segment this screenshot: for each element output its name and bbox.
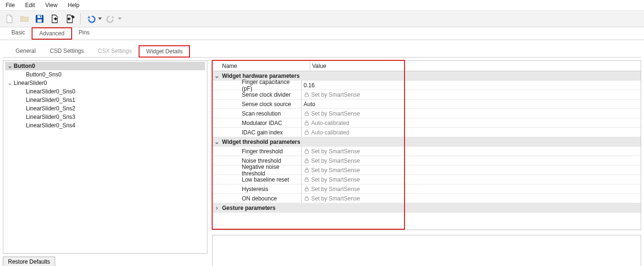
- grid-row[interactable]: Sense clock dividerSet by SmartSense: [213, 90, 641, 100]
- export-button[interactable]: [63, 12, 76, 25]
- tree-leaf[interactable]: Button0_Sns0: [5, 70, 205, 79]
- grid-header-value[interactable]: Value: [310, 63, 641, 69]
- grid-header-row: Name Value: [213, 61, 641, 71]
- redo-dropdown[interactable]: [117, 12, 122, 25]
- lock-icon: [304, 196, 309, 201]
- grid-row-value[interactable]: Auto: [302, 101, 641, 108]
- tree-leaf-label: LinearSlider0_Sns1: [7, 97, 75, 103]
- grid-group-title: Gesture parameters: [221, 205, 641, 211]
- expander-collapse-icon[interactable]: ⌄: [213, 73, 221, 79]
- lock-icon: [304, 186, 309, 192]
- import-button[interactable]: [48, 12, 61, 25]
- lock-icon: [304, 177, 309, 183]
- grid-group-header[interactable]: ›Gesture parameters: [213, 203, 641, 213]
- grid-row-name: ON debounce: [221, 195, 301, 202]
- chevron-down-icon: [118, 17, 122, 20]
- tree-leaf[interactable]: LinearSlider0_Sns1: [5, 96, 205, 104]
- grid-row-name: Finger capacitance (pF): [221, 79, 301, 92]
- svg-rect-4: [40, 16, 41, 18]
- grid-row[interactable]: Modulator IDACAuto-calibrated: [213, 118, 641, 128]
- grid-header-name[interactable]: Name: [221, 63, 310, 69]
- menu-edit[interactable]: Edit: [23, 1, 37, 9]
- tree-node[interactable]: ⌄Button0: [5, 62, 205, 70]
- grid-row-value-text: Set by SmartSense: [311, 176, 360, 183]
- grid-row-name: IDAC gain index: [221, 129, 301, 136]
- undo-dropdown[interactable]: [98, 12, 102, 25]
- grid-row[interactable]: IDAC gain indexAuto-calibrated: [213, 128, 641, 137]
- lock-icon: [304, 111, 309, 116]
- grid-row-name: Scan resolution: [221, 110, 301, 117]
- save-button[interactable]: [33, 12, 46, 25]
- undo-icon: [86, 14, 96, 24]
- tree-leaf-label: LinearSlider0_Sns2: [7, 105, 75, 112]
- grid-row-value-text: Set by SmartSense: [311, 186, 360, 192]
- grid-group-title: Widget hardware parameters: [221, 73, 641, 79]
- grid-row-value-text: Set by SmartSense: [311, 148, 360, 155]
- grid-row-value-text: Auto-calibrated: [311, 120, 349, 126]
- open-folder-button[interactable]: [18, 12, 31, 25]
- toolbar: [0, 10, 644, 27]
- grid-row-value: Set by SmartSense: [302, 148, 641, 155]
- tree-leaf[interactable]: LinearSlider0_Sns2: [5, 104, 205, 113]
- tree-leaf-label: LinearSlider0_Sns3: [7, 114, 75, 120]
- tab-pins[interactable]: Pins: [72, 27, 96, 40]
- grid-row[interactable]: ON debounceSet by SmartSense: [213, 194, 641, 203]
- grid-row-value: Set by SmartSense: [302, 167, 641, 174]
- menu-file[interactable]: File: [4, 1, 17, 9]
- grid-row-value-text: Set by SmartSense: [311, 110, 360, 117]
- tree-leaf[interactable]: LinearSlider0_Sns0: [5, 87, 205, 96]
- redo-button[interactable]: [104, 12, 117, 25]
- new-file-button[interactable]: [3, 12, 16, 25]
- grid-row[interactable]: Scan resolutionSet by SmartSense: [213, 109, 641, 118]
- chevron-down-icon: [98, 17, 102, 20]
- grid-row-value-text: Auto: [304, 101, 315, 108]
- tree-node[interactable]: ⌄LinearSlider0: [5, 79, 205, 87]
- grid-row-name: Low baseline reset: [221, 176, 301, 183]
- grid-row[interactable]: Negative noise thresholdSet by SmartSens…: [213, 166, 641, 175]
- undo-button[interactable]: [84, 12, 98, 25]
- tree-leaf[interactable]: LinearSlider0_Sns3: [5, 113, 205, 121]
- expander-collapse-icon[interactable]: ⌄: [7, 80, 13, 86]
- grid-row[interactable]: Low baseline resetSet by SmartSense: [213, 175, 641, 184]
- grid-row[interactable]: Finger thresholdSet by SmartSense: [213, 147, 641, 156]
- grid-row-value: Set by SmartSense: [302, 91, 641, 98]
- expander-expand-icon[interactable]: ›: [213, 205, 221, 211]
- widget-tree-panel: ⌄Button0Button0_Sns0⌄LinearSlider0Linear…: [3, 60, 207, 254]
- tab-csx-settings[interactable]: CSX Settings: [91, 45, 139, 58]
- grid-row-value: Set by SmartSense: [302, 176, 641, 183]
- tab-csd-settings[interactable]: CSD Settings: [43, 45, 91, 58]
- expander-collapse-icon[interactable]: ⌄: [213, 139, 221, 145]
- redo-icon: [106, 14, 116, 24]
- grid-row-value: Set by SmartSense: [302, 186, 641, 192]
- menu-view[interactable]: View: [43, 1, 59, 9]
- grid-row[interactable]: Sense clock sourceAuto: [213, 100, 641, 109]
- tab-basic[interactable]: Basic: [5, 27, 32, 40]
- grid-row-value: Auto-calibrated: [302, 129, 641, 136]
- svg-rect-2: [37, 16, 41, 18]
- lock-icon: [304, 167, 309, 173]
- tree-leaf[interactable]: LinearSlider0_Sns4: [5, 121, 205, 130]
- grid-row[interactable]: HysteresisSet by SmartSense: [213, 184, 641, 194]
- grid-row-value-text: Set by SmartSense: [311, 167, 360, 174]
- import-icon: [50, 14, 60, 24]
- grid-row-name: Sense clock divider: [221, 91, 301, 98]
- grid-row-value[interactable]: 0.16: [302, 82, 641, 89]
- grid-group-header[interactable]: ⌄Widget threshold parameters: [213, 137, 641, 147]
- property-grid-panel: Name Value ⌄Widget hardware parametersFi…: [212, 60, 641, 230]
- grid-row-name: Negative noise threshold: [221, 164, 301, 177]
- grid-row-value: Set by SmartSense: [302, 110, 641, 117]
- tab-advanced[interactable]: Advanced: [32, 27, 72, 40]
- grid-row[interactable]: Finger capacitance (pF)0.16: [213, 81, 641, 90]
- tab-widget-details[interactable]: Widget Details: [139, 45, 190, 58]
- restore-defaults-button[interactable]: Restore Defaults: [3, 257, 55, 266]
- lock-icon: [304, 92, 309, 98]
- menu-help[interactable]: Help: [66, 1, 82, 9]
- grid-row-name: Noise threshold: [221, 158, 301, 164]
- grid-row-name: Hysteresis: [221, 186, 301, 192]
- save-icon: [34, 14, 45, 24]
- grid-row-name: Finger threshold: [221, 148, 301, 155]
- tab-general[interactable]: General: [8, 45, 43, 58]
- expander-collapse-icon[interactable]: ⌄: [7, 63, 13, 69]
- new-file-icon: [4, 14, 15, 24]
- tree-leaf-label: Button0_Sns0: [7, 71, 61, 78]
